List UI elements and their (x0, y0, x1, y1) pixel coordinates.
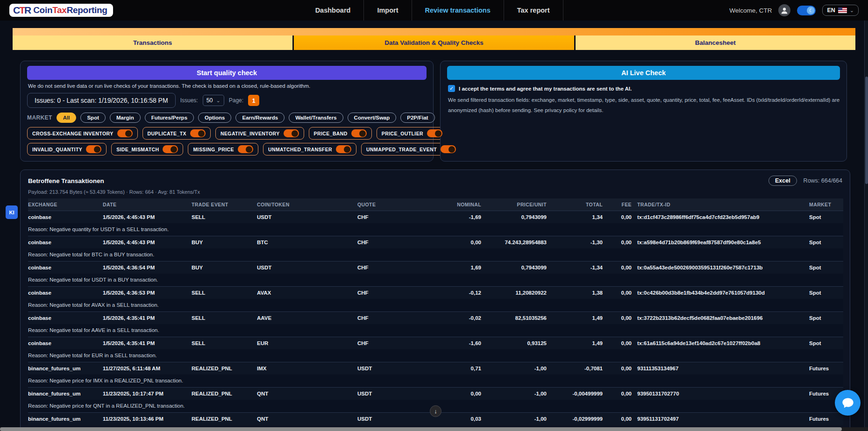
check-toggle-on[interactable] (238, 145, 253, 153)
tab-transactions[interactable]: Transactions (13, 35, 292, 50)
cell-nominal: -0,02 (437, 311, 481, 324)
nav-item-tax-report[interactable]: Tax report (504, 0, 563, 21)
market-chip-spot[interactable]: Spot (80, 113, 106, 123)
nav-item-review-transactions[interactable]: Review transactions (412, 0, 504, 21)
cell-total: -0,02999999 (547, 412, 603, 425)
cell-price-unit: 74.243,28954883 (481, 236, 547, 248)
table-row[interactable]: coinbase1/5/2026, 4:35:41 PMSELLEURCHF-1… (28, 337, 843, 349)
reason-text: Reason: Negative total for EUR in a SELL… (28, 349, 843, 362)
cell-market: Spot (804, 337, 843, 349)
market-chip-wallet-transfers[interactable]: Wallet/Transfers (289, 113, 343, 123)
ai-live-check-button[interactable]: AI Live Check (447, 66, 840, 80)
check-toggle-on[interactable] (427, 129, 442, 137)
issues-per-page-select[interactable]: 50 ⌄ (203, 95, 224, 106)
market-chip-convert-swap[interactable]: Convert/Swap (348, 113, 397, 123)
cell-coin: EUR (257, 337, 357, 349)
market-filter-row: MARKET AllSpotMarginFutures/PerpsOptions… (27, 113, 427, 123)
cell-coin: IMX (257, 362, 357, 374)
cell-tx-id: tx:a598e4d71b20b869f69eaf87587df90e80c1a… (632, 236, 804, 248)
ki-badge[interactable]: KI (6, 205, 18, 219)
navbar: CTR CoinTaxReporting DashboardImportRevi… (0, 0, 868, 21)
cell-coin: QNT (257, 412, 357, 425)
market-chip-p2p-fiat[interactable]: P2P/Fiat (400, 113, 434, 123)
check-chip-unmatched-transfer[interactable]: UNMATCHED_TRANSFER (263, 143, 356, 155)
table-row[interactable]: coinbase1/5/2026, 4:36:53 PMSELLAVAXCHF-… (28, 286, 843, 299)
scroll-down-button[interactable]: ↓ (430, 405, 441, 417)
page-number-button[interactable]: 1 (248, 95, 259, 106)
cell-trade-event: REALIZED_PNL (192, 387, 257, 400)
cell-total: 1,49 (547, 311, 603, 324)
check-toggle-on[interactable] (86, 145, 101, 153)
check-chip-invalid-quantity[interactable]: INVALID_QUANTITY (27, 143, 107, 155)
cell-price-unit: 0,7943099 (481, 211, 547, 223)
market-chip-futures-perps[interactable]: Futures/Perps (145, 113, 194, 123)
logo-icon: CTR (13, 5, 30, 16)
cell-tx-id: tx:d1cf473c28986ff6df75ca4d7cfd23eb5d957… (632, 211, 804, 223)
check-toggle-on[interactable] (163, 145, 178, 153)
check-toggle-on[interactable] (336, 145, 351, 153)
cell-coin: USDT (257, 261, 357, 274)
table-row[interactable]: coinbase1/5/2026, 4:36:54 PMBUYUSDTCHF1,… (28, 261, 843, 274)
check-chip-duplicate-tx[interactable]: DUPLICATE_TX (142, 127, 211, 140)
tab-data-validation-quality-checks[interactable]: Data Validation & Quality Checks (294, 35, 574, 50)
cell-total: -1,34 (547, 261, 603, 274)
table-row[interactable]: binance_futures_um11/23/2025, 10:17:47 P… (28, 387, 843, 400)
excel-export-button[interactable]: Excel (768, 176, 797, 186)
start-quality-check-button[interactable]: Start quality check (27, 66, 427, 80)
language-selector[interactable]: EN ⌄ (822, 5, 859, 16)
nav-item-dashboard[interactable]: Dashboard (302, 0, 364, 21)
cell-trade-event: REALIZED_PNL (192, 362, 257, 374)
reason-text: Reason: Negative total for AAVE in a SEL… (28, 324, 843, 337)
market-chip-margin[interactable]: Margin (110, 113, 141, 123)
cell-tx-id: tx:61a6115c6a94de13ef140ad2c67e1027ff02b… (632, 337, 804, 349)
cell-trade-event: SELL (192, 337, 257, 349)
main-nav: DashboardImportReview transactionsTax re… (302, 0, 563, 21)
check-toggle-on[interactable] (441, 145, 456, 153)
market-chip-earn-rewards[interactable]: Earn/Rewards (235, 113, 285, 123)
check-chip-price-band[interactable]: PRICE_BAND (309, 127, 372, 140)
table-row[interactable]: coinbase1/5/2026, 4:45:43 PMBUYBTCCHF0,0… (28, 236, 843, 248)
theme-toggle[interactable]: ☾ (797, 6, 816, 15)
cell-market: Spot (804, 286, 843, 299)
check-toggle-on[interactable] (117, 129, 133, 137)
table-row[interactable]: coinbase1/5/2026, 4:35:41 PMSELLAAVECHF-… (28, 311, 843, 324)
column-header-total: TOTAL (547, 198, 603, 211)
consent-checkbox[interactable]: ✓ (448, 85, 455, 92)
check-toggle-on[interactable] (284, 129, 299, 137)
check-chip-missing-price[interactable]: MISSING_PRICE (188, 143, 258, 155)
cell-fee: 0,00 (603, 236, 632, 248)
check-chip-side-mismatch[interactable]: SIDE_MISMATCH (111, 143, 183, 155)
check-chip-negative-inventory[interactable]: NEGATIVE_INVENTORY (215, 127, 304, 140)
table-header-row: EXCHANGEDATETRADE EVENTCOIN/TOKENQUOTENO… (28, 198, 843, 211)
chat-button[interactable] (835, 390, 861, 416)
horizontal-scrollbar-thumb[interactable] (0, 427, 842, 431)
check-chip-price-outlier[interactable]: PRICE_OUTLIER (377, 127, 448, 140)
horizontal-scrollbar[interactable] (0, 427, 868, 431)
cell-market: Spot (804, 211, 843, 223)
cell-market: Futures (804, 362, 843, 374)
check-chip-cross-exchange-inventory[interactable]: CROSS-EXCHANGE INVENTORY (27, 127, 138, 140)
check-toggle-on[interactable] (190, 129, 206, 137)
reason-row: Reason: Negative total for BTC in a BUY … (28, 248, 843, 261)
cell-price-unit: -1,00 (481, 387, 547, 400)
nav-item-import[interactable]: Import (363, 0, 411, 21)
cell-date: 1/5/2026, 4:35:41 PM (103, 311, 192, 324)
table-row[interactable]: coinbase1/5/2026, 4:45:43 PMSELLUSDTCHF-… (28, 211, 843, 223)
cell-price-unit: -1,00 (481, 362, 547, 374)
cell-market: Spot (804, 311, 843, 324)
tab-balancesheet[interactable]: Balancesheet (576, 35, 855, 50)
transactions-table: EXCHANGEDATETRADE EVENTCOIN/TOKENQUOTENO… (28, 198, 843, 425)
market-chip-options[interactable]: Options (198, 113, 231, 123)
check-toggle-on[interactable] (351, 129, 367, 137)
vertical-scrollbar-thumb[interactable] (865, 77, 868, 184)
table-row[interactable]: binance_futures_um11/27/2025, 6:11:48 AM… (28, 362, 843, 374)
market-chips: AllSpotMarginFutures/PerpsOptionsEarn/Re… (57, 113, 435, 123)
market-chip-all[interactable]: All (57, 113, 77, 123)
avatar[interactable] (778, 4, 790, 16)
check-label: DUPLICATE_TX (148, 131, 186, 136)
column-header-trade-tx-id: TRADE/TX-ID (632, 198, 804, 211)
vertical-scrollbar[interactable] (864, 21, 868, 427)
column-header-nominal: NOMINAL (437, 198, 481, 211)
app-logo[interactable]: CTR CoinTaxReporting (9, 4, 113, 17)
column-header-fee: FEE (603, 198, 632, 211)
